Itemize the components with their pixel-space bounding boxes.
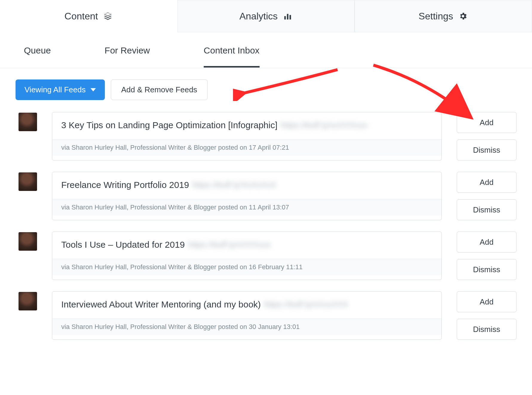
content-link-obscured: https://buff.ly/xxXXXxxx — [280, 120, 368, 130]
bar-chart-icon — [283, 11, 293, 21]
add-remove-feeds-button[interactable]: Add & Remove Feeds — [111, 79, 208, 100]
tab-content[interactable]: Content — [0, 0, 177, 32]
gear-icon — [458, 11, 468, 21]
content-title: Freelance Writing Portfolio 2019 — [61, 180, 189, 190]
annotation-arrow-left — [233, 65, 341, 101]
avatar — [19, 172, 37, 191]
svg-rect-0 — [284, 16, 286, 19]
subnav-content-inbox[interactable]: Content Inbox — [204, 33, 260, 67]
content-card[interactable]: 3 Key Tips on Landing Page Optimization … — [52, 112, 442, 160]
tab-settings-label: Settings — [418, 11, 453, 22]
dismiss-button[interactable]: Dismiss — [457, 319, 516, 340]
tab-settings[interactable]: Settings — [355, 0, 532, 32]
content-meta: via Sharon Hurley Hall, Professional Wri… — [52, 139, 441, 156]
viewing-feeds-label: Viewing All Feeds — [24, 85, 86, 94]
avatar — [19, 113, 37, 131]
content-inbox-list: 3 Key Tips on Landing Page Optimization … — [0, 103, 532, 340]
content-card[interactable]: Tools I Use – Updated for 2019 https://b… — [52, 232, 442, 280]
feed-controls: Viewing All Feeds Add & Remove Feeds — [0, 68, 532, 103]
feed-row: Tools I Use – Updated for 2019 https://b… — [19, 232, 516, 280]
action-column: Add Dismiss — [457, 232, 516, 280]
tab-content-label: Content — [65, 11, 98, 22]
svg-rect-2 — [289, 15, 291, 19]
dismiss-button[interactable]: Dismiss — [457, 259, 516, 280]
content-title: Tools I Use – Updated for 2019 — [61, 240, 185, 250]
svg-rect-1 — [287, 14, 288, 20]
tab-analytics-label: Analytics — [239, 11, 278, 22]
sub-nav: Queue For Review Content Inbox — [0, 32, 532, 68]
action-column: Add Dismiss — [457, 172, 516, 220]
add-button[interactable]: Add — [457, 232, 516, 252]
dismiss-button[interactable]: Dismiss — [457, 140, 516, 160]
content-meta: via Sharon Hurley Hall, Professional Wri… — [52, 199, 441, 215]
avatar — [19, 232, 37, 251]
subnav-for-review[interactable]: For Review — [105, 33, 150, 67]
content-title: Interviewed About Writer Mentoring (and … — [61, 299, 261, 310]
avatar — [19, 292, 37, 310]
content-link-obscured: https://buff.ly/xXxxXXX — [264, 300, 348, 309]
content-card[interactable]: Interviewed About Writer Mentoring (and … — [52, 291, 442, 340]
add-button[interactable]: Add — [457, 112, 516, 133]
viewing-feeds-dropdown[interactable]: Viewing All Feeds — [16, 79, 105, 100]
dismiss-button[interactable]: Dismiss — [457, 199, 516, 220]
tab-analytics[interactable]: Analytics — [177, 0, 355, 32]
action-column: Add Dismiss — [457, 112, 516, 160]
feed-row: 3 Key Tips on Landing Page Optimization … — [19, 112, 516, 160]
layers-icon — [103, 11, 113, 21]
action-column: Add Dismiss — [457, 291, 516, 340]
content-card[interactable]: Freelance Writing Portfolio 2019 https:/… — [52, 172, 442, 220]
content-meta: via Sharon Hurley Hall, Professional Wri… — [52, 259, 441, 275]
content-link-obscured: https://buff.ly/xXXXxxx — [188, 240, 271, 249]
chevron-down-icon — [91, 88, 96, 91]
content-title: 3 Key Tips on Landing Page Optimization … — [61, 120, 278, 130]
feed-row: Freelance Writing Portfolio 2019 https:/… — [19, 172, 516, 220]
subnav-queue[interactable]: Queue — [24, 33, 51, 67]
content-link-obscured: https://buff.ly/XxXxXxX — [192, 180, 277, 190]
add-button[interactable]: Add — [457, 172, 516, 193]
feed-row: Interviewed About Writer Mentoring (and … — [19, 291, 516, 340]
top-nav: Content Analytics Settings — [0, 0, 532, 32]
content-meta: via Sharon Hurley Hall, Professional Wri… — [52, 319, 441, 335]
add-button[interactable]: Add — [457, 291, 516, 312]
